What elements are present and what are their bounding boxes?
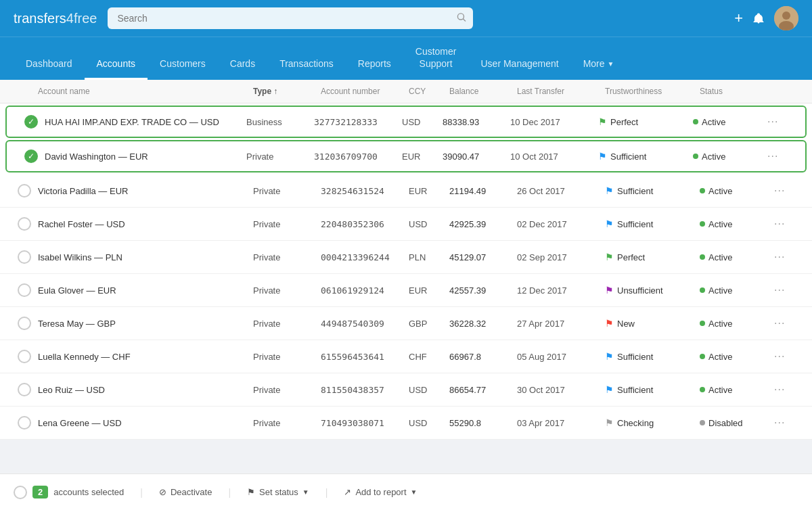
nav-customers[interactable]: Customers: [148, 49, 218, 80]
row-more-btn-4[interactable]: ···: [774, 251, 801, 263]
more-icon-1[interactable]: ···: [767, 150, 778, 162]
trust-label-1: Sufficient: [610, 152, 646, 162]
row-more-btn-0[interactable]: ···: [767, 116, 794, 128]
table-row: Victoria Padilla — EUR Private 328254631…: [0, 175, 812, 208]
row-checkbox-5[interactable]: [11, 283, 38, 297]
row-more-btn-6[interactable]: ···: [774, 317, 801, 329]
add-button[interactable]: +: [734, 9, 743, 27]
status-dot-4: [700, 254, 705, 260]
row-checkbox-2[interactable]: [11, 184, 38, 198]
account-balance-5: 42557.39: [449, 285, 517, 296]
row-checkbox-3[interactable]: [11, 217, 38, 231]
row-checkbox-1[interactable]: [18, 149, 45, 163]
status-label-4: Active: [708, 252, 732, 262]
trust-label-3: Sufficient: [617, 219, 653, 229]
last-transfer-3: 02 Dec 2017: [517, 219, 605, 229]
nav-cards[interactable]: Cards: [218, 49, 267, 80]
last-transfer-5: 12 Dec 2017: [517, 285, 605, 296]
search-icon: [457, 13, 466, 24]
more-icon-5[interactable]: ···: [774, 284, 785, 296]
row-more-btn-7[interactable]: ···: [774, 350, 801, 363]
row-more-btn-8[interactable]: ···: [774, 384, 801, 396]
account-balance-1: 39090.47: [443, 152, 510, 162]
avatar[interactable]: [774, 6, 798, 30]
account-name-7: Luella Kennedy — CHF: [38, 352, 253, 362]
logo: transfers4free: [14, 11, 97, 26]
nav-transactions[interactable]: Transactions: [267, 49, 346, 80]
status-6: Active: [700, 319, 774, 329]
account-balance-3: 42925.39: [449, 219, 517, 229]
row-more-btn-2[interactable]: ···: [774, 185, 801, 197]
table-row: Isabel Wilkins — PLN Private 00042133962…: [0, 241, 812, 274]
row-checkbox-6[interactable]: [11, 317, 38, 330]
row-checkbox-7[interactable]: [11, 350, 38, 363]
trust-label-4: Perfect: [617, 252, 645, 262]
trust-flag-3: ⚑: [605, 218, 614, 229]
more-icon-0[interactable]: ···: [767, 116, 778, 128]
account-number-2: 328254631524: [321, 186, 409, 196]
row-checkbox-9[interactable]: [11, 416, 38, 430]
nav-more[interactable]: More ▼: [571, 49, 627, 80]
row-checkbox-0[interactable]: [18, 115, 45, 129]
more-icon-2[interactable]: ···: [774, 185, 785, 197]
last-transfer-4: 02 Sep 2017: [517, 252, 605, 262]
account-balance-2: 21194.49: [449, 186, 517, 196]
table-body: HUA HAI IMP.AND EXP. TRADE CO — USD Busi…: [0, 106, 812, 440]
status-label-6: Active: [708, 319, 732, 329]
row-more-btn-1[interactable]: ···: [767, 150, 794, 162]
account-ccy-1: EUR: [402, 152, 443, 162]
svg-point-3: [782, 11, 790, 20]
trustworthiness-9: ⚑ Checking: [605, 417, 700, 428]
row-more-btn-3[interactable]: ···: [774, 218, 801, 230]
more-icon-8[interactable]: ···: [774, 384, 785, 396]
status-dot-6: [700, 321, 705, 326]
header: transfers4free +: [0, 0, 812, 37]
account-number-8: 811550438357: [321, 385, 409, 395]
notifications-button[interactable]: [752, 12, 765, 24]
table-row: Luella Kennedy — CHF Private 61559645364…: [0, 340, 812, 373]
col-balance: Balance: [449, 87, 517, 96]
account-name-3: Rachel Foster — USD: [38, 219, 253, 229]
row-checkbox-4[interactable]: [11, 250, 38, 264]
trust-flag-8: ⚑: [605, 384, 614, 395]
account-type-4: Private: [253, 252, 321, 262]
more-icon-7[interactable]: ···: [774, 350, 785, 363]
row-checkbox-8[interactable]: [11, 383, 38, 396]
account-number-7: 615596453641: [321, 352, 409, 362]
status-dot-1: [693, 154, 698, 159]
table-row: Rachel Foster — USD Private 220480352306…: [0, 208, 812, 241]
status-dot-2: [700, 188, 705, 193]
more-icon-4[interactable]: ···: [774, 251, 785, 263]
status-label-7: Active: [708, 352, 732, 362]
nav-user-management[interactable]: User Management: [468, 49, 570, 80]
trust-flag-2: ⚑: [605, 185, 614, 196]
more-icon-9[interactable]: ···: [774, 417, 785, 429]
account-name-6: Teresa May — GBP: [38, 319, 253, 329]
trust-flag-0: ⚑: [598, 116, 607, 127]
row-more-btn-5[interactable]: ···: [774, 284, 801, 296]
account-balance-8: 86654.77: [449, 385, 517, 395]
nav-dashboard[interactable]: Dashboard: [14, 49, 85, 80]
row-more-btn-9[interactable]: ···: [774, 417, 801, 429]
status-label-9: Disabled: [708, 418, 743, 428]
status-label-1: Active: [702, 152, 725, 162]
nav-customer-support[interactable]: CustomerSupport: [403, 37, 469, 80]
col-type-sort[interactable]: Type ↑: [253, 87, 321, 96]
table-row: Teresa May — GBP Private 449487540309 GB…: [0, 307, 812, 340]
status-3: Active: [700, 219, 774, 229]
account-type-8: Private: [253, 385, 321, 395]
trustworthiness-6: ⚑ New: [605, 318, 700, 329]
search-input[interactable]: [108, 7, 473, 29]
trustworthiness-0: ⚑ Perfect: [598, 116, 693, 127]
status-label-5: Active: [708, 285, 732, 296]
table-row: Lena Greene — USD Private 710493038071 U…: [0, 407, 812, 440]
status-dot-8: [700, 387, 705, 392]
nav-reports[interactable]: Reports: [346, 49, 403, 80]
more-icon-6[interactable]: ···: [774, 317, 785, 329]
chevron-down-icon: ▼: [608, 60, 614, 68]
more-icon-3[interactable]: ···: [774, 218, 785, 230]
account-balance-7: 66967.8: [449, 352, 517, 362]
last-transfer-2: 26 Oct 2017: [517, 186, 605, 196]
nav-accounts[interactable]: Accounts: [85, 49, 148, 80]
status-0: Active: [693, 117, 767, 127]
